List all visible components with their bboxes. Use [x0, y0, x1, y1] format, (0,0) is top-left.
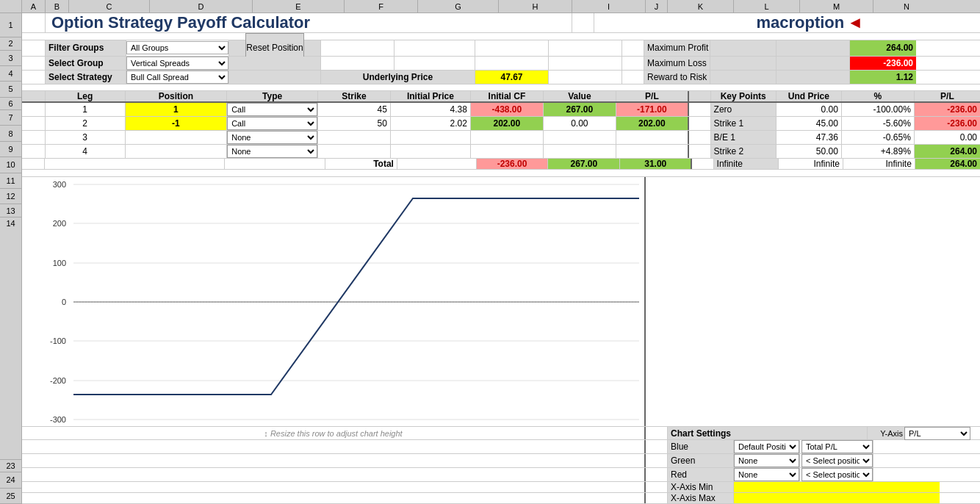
corner-cell [0, 0, 22, 12]
kp-be1-pl: 0.00 [915, 131, 980, 144]
rh-7: 7 [0, 110, 21, 126]
leg3-type-select[interactable]: None [227, 131, 317, 144]
leg2-strike: 50 [318, 117, 391, 130]
row-9-leg2: 2 -1 Call 50 2.02 202.00 0.00 202.00 Str… [22, 117, 980, 131]
filter-groups-select[interactable]: All Groups [126, 41, 228, 54]
leg1-pl: -171.00 [616, 103, 689, 116]
col-l-header: L [734, 0, 800, 12]
svg-text:0: 0 [62, 298, 66, 306]
select-group-select[interactable]: Vertical Spreads [126, 57, 228, 70]
select-strategy-select[interactable]: Bull Call Spread [126, 71, 228, 84]
leg2-position[interactable]: -1 [126, 117, 228, 130]
green-label: Green [668, 454, 734, 467]
logo-arrow-icon: ◄ [847, 13, 863, 32]
th-type: Type [227, 91, 318, 101]
row-10-leg3: 3 None B/E 1 47.36 -0.65% 0.00 [22, 131, 980, 145]
row-4: Select Group Vertical Spreads Maximum Lo… [22, 57, 980, 71]
col-f-header: F [345, 0, 418, 12]
leg2-value: 0.00 [544, 117, 616, 130]
col-n-header: N [873, 0, 940, 12]
total-cf: -236.00 [477, 159, 549, 169]
col-h-header: H [499, 0, 572, 12]
cell-2-empty [22, 33, 980, 40]
th-pl: P/L [616, 91, 689, 101]
green-select[interactable]: None [734, 454, 799, 467]
kp-strike1-und: 45.00 [777, 117, 842, 130]
th-value: Value [544, 91, 616, 101]
total-label: Total [325, 159, 397, 169]
green-right-select[interactable]: < Select position first [801, 454, 873, 467]
kp-be1-und: 47.36 [777, 131, 842, 144]
th-strike: Strike [318, 91, 391, 101]
rh-13: 13 [0, 204, 21, 217]
kp-be1-pct: -0.65% [842, 131, 915, 144]
y-axis-select[interactable]: P/L [904, 427, 970, 440]
cell-title: Option Strategy Payoff Calculator [46, 13, 572, 32]
svg-text:-300: -300 [50, 415, 66, 424]
leg1-type-select[interactable]: Call [227, 103, 317, 116]
chart-settings-header: Chart Settings [668, 427, 868, 439]
x-axis-max-label: X-Axis Max [668, 493, 734, 503]
kp-strike2-pct: +4.89% [842, 145, 915, 158]
red-select[interactable]: None [734, 468, 799, 481]
select-group-label: Select Group [46, 57, 126, 70]
svg-text:56: 56 [578, 425, 587, 426]
col-g-header: G [418, 0, 499, 12]
payoff-chart: 300 200 100 0 -100 -200 -300 38 40 42 [22, 177, 646, 426]
col-i-header: I [572, 0, 646, 12]
total-pl: 31.00 [620, 159, 692, 169]
kp-be1-label: B/E 1 [711, 131, 777, 144]
rh-8: 8 [0, 126, 21, 141]
th-initial-price: Initial Price [391, 91, 471, 101]
red-right-select[interactable]: < Select position first [801, 468, 873, 481]
row-25: Green None < Select position first [22, 454, 980, 468]
filter-groups-cell[interactable]: All Groups [126, 40, 229, 56]
select-strategy-label: Select Strategy [46, 71, 126, 84]
col-e-header: E [253, 0, 345, 12]
rh-24: 24 [0, 472, 21, 488]
reset-position-button[interactable]: Reset Position [229, 40, 321, 56]
leg1-value: 267.00 [544, 103, 616, 116]
red-label: Red [668, 468, 734, 481]
blue-right-select[interactable]: Total P/L [801, 440, 873, 453]
rh-12: 12 [0, 189, 21, 204]
row-1: Option Strategy Payoff Calculator macrop… [22, 13, 980, 33]
resize-hint: ↕ Resize this row to adjust chart height [22, 427, 646, 439]
svg-text:46: 46 [295, 425, 304, 426]
row-12-total: Total -236.00 267.00 31.00 Infinite Infi… [22, 159, 980, 170]
leg1-position[interactable]: 1 [126, 103, 228, 116]
blue-select[interactable]: Default Position [734, 440, 799, 453]
svg-text:52: 52 [465, 425, 474, 426]
filter-groups-label: Filter Groups [46, 40, 126, 56]
th-key-points: Key Points [711, 91, 777, 101]
underlying-price-value[interactable]: 47.67 [475, 71, 549, 84]
leg1-initial-price: 4.38 [391, 103, 471, 116]
rh-2: 2 [0, 37, 21, 50]
row-6 [22, 84, 980, 92]
rh-23: 23 [0, 460, 21, 472]
row-11-leg4: 4 None Strike 2 50.00 +4.89% 264.00 [22, 145, 980, 159]
svg-text:300: 300 [53, 180, 66, 189]
rh-9: 9 [0, 142, 21, 157]
rh-chart: 14 [0, 217, 21, 460]
x-axis-min-value[interactable] [734, 482, 940, 492]
col-m-header: M [800, 0, 873, 12]
leg4-type-select[interactable]: None [227, 145, 317, 158]
x-axis-max-value[interactable] [734, 493, 940, 503]
max-profit-label: Maximum Profit [644, 40, 710, 56]
leg1-strike: 45 [318, 103, 391, 116]
kp-zero-und: 0.00 [777, 103, 842, 116]
leg2-cf: 202.00 [471, 117, 544, 130]
leg1-cf: -438.00 [471, 103, 544, 116]
kp-strike1-pl: -236.00 [915, 117, 980, 130]
leg1-num: 1 [46, 103, 126, 116]
kp-inf-label: Infinite [714, 159, 779, 169]
svg-text:-200: -200 [50, 376, 66, 385]
row-26: Red None < Select position first [22, 468, 980, 482]
row-headers: 1 2 3 4 5 6 7 8 9 10 11 12 13 14 23 24 2… [0, 13, 22, 504]
leg2-type-select[interactable]: Call [227, 117, 317, 130]
col-c-header: C [69, 0, 150, 12]
cell-logo: macroption ◄ [594, 13, 869, 32]
svg-text:200: 200 [53, 219, 66, 228]
row-x-min: X-Axis Min [22, 482, 980, 493]
